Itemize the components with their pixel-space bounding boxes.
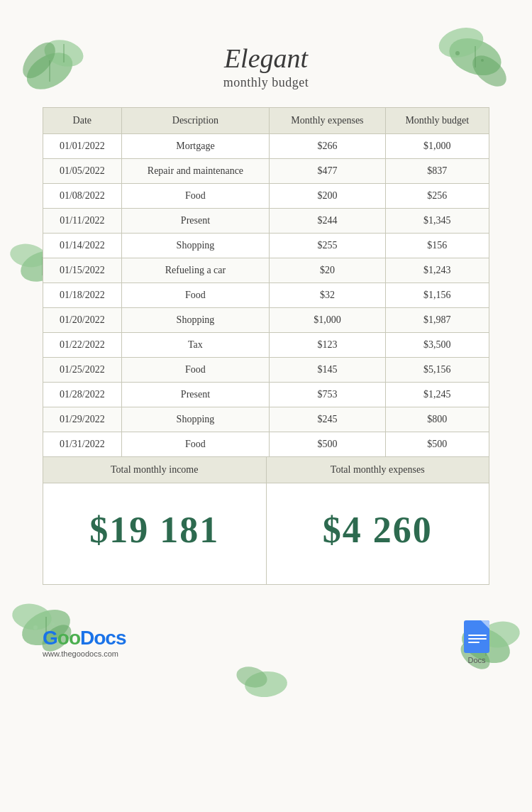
cell-expenses: $32 bbox=[270, 282, 385, 307]
summary-income-cell: Total monthly income $19 181 bbox=[43, 457, 267, 584]
cell-budget: $1,245 bbox=[385, 382, 489, 407]
cell-description: Present bbox=[121, 208, 270, 233]
cell-budget: $1,243 bbox=[385, 258, 489, 282]
cell-date: 01/28/2022 bbox=[43, 382, 122, 407]
cell-budget: $1,987 bbox=[385, 307, 489, 332]
cell-expenses: $255 bbox=[270, 233, 385, 258]
table-row: 01/01/2022 Mortgage $266 $1,000 bbox=[43, 133, 489, 158]
cell-description: Repair and maintenance bbox=[121, 158, 270, 183]
logo-text: GooDocs bbox=[43, 627, 126, 649]
docs-line-2 bbox=[468, 638, 487, 640]
table-row: 01/18/2022 Food $32 $1,156 bbox=[43, 282, 489, 307]
table-row: 01/14/2022 Shopping $255 $156 bbox=[43, 233, 489, 258]
cell-description: Shopping bbox=[121, 307, 270, 332]
cell-date: 01/18/2022 bbox=[43, 282, 122, 307]
cell-date: 01/22/2022 bbox=[43, 332, 122, 357]
cell-budget: $3,500 bbox=[385, 332, 489, 357]
logo-website: www.thegoodocs.com bbox=[43, 649, 126, 658]
cell-budget: $1,156 bbox=[385, 282, 489, 307]
page-title-elegant: Elegant bbox=[43, 43, 489, 75]
cell-description: Shopping bbox=[121, 233, 270, 258]
logo-ocs: ocs bbox=[94, 627, 126, 649]
cell-date: 01/29/2022 bbox=[43, 407, 122, 432]
cell-description: Refueling a car bbox=[121, 258, 270, 282]
content-area: Elegant monthly budget Date Description … bbox=[0, 0, 532, 599]
summary-expenses-cell: Total monthly expenses $4 260 bbox=[267, 457, 489, 584]
cell-description: Present bbox=[121, 382, 270, 407]
table-row: 01/29/2022 Shopping $245 $800 bbox=[43, 407, 489, 432]
summary-income-value: $19 181 bbox=[50, 498, 259, 563]
cell-expenses: $266 bbox=[270, 133, 385, 158]
docs-label: Docs bbox=[467, 656, 485, 664]
cell-expenses: $245 bbox=[270, 407, 385, 432]
cell-date: 01/08/2022 bbox=[43, 183, 122, 208]
page-wrapper: Elegant monthly budget Date Description … bbox=[0, 0, 532, 812]
cell-date: 01/14/2022 bbox=[43, 233, 122, 258]
cell-budget: $256 bbox=[385, 183, 489, 208]
cell-date: 01/11/2022 bbox=[43, 208, 122, 233]
cell-description: Food bbox=[121, 357, 270, 382]
cell-expenses: $145 bbox=[270, 357, 385, 382]
cell-expenses: $200 bbox=[270, 183, 385, 208]
cell-expenses: $477 bbox=[270, 158, 385, 183]
col-header-monthly-expenses: Monthly expenses bbox=[270, 107, 385, 133]
footer-logo: GooDocs www.thegoodocs.com bbox=[43, 627, 126, 658]
summary-section: Total monthly income $19 181 Total month… bbox=[43, 457, 489, 585]
docs-icon: Docs bbox=[464, 620, 489, 664]
cell-budget: $156 bbox=[385, 233, 489, 258]
summary-expenses-label: Total monthly expenses bbox=[267, 457, 489, 483]
table-row: 01/15/2022 Refueling a car $20 $1,243 bbox=[43, 258, 489, 282]
table-row: 01/05/2022 Repair and maintenance $477 $… bbox=[43, 158, 489, 183]
cell-budget: $5,156 bbox=[385, 357, 489, 382]
cell-description: Food bbox=[121, 282, 270, 307]
table-row: 01/08/2022 Food $200 $256 bbox=[43, 183, 489, 208]
cell-expenses: $1,000 bbox=[270, 307, 385, 332]
cell-budget: $500 bbox=[385, 432, 489, 456]
cell-date: 01/01/2022 bbox=[43, 133, 122, 158]
table-row: 01/11/2022 Present $244 $1,345 bbox=[43, 208, 489, 233]
cell-date: 01/15/2022 bbox=[43, 258, 122, 282]
budget-table: Date Description Monthly expenses Monthl… bbox=[43, 107, 489, 457]
cell-date: 01/20/2022 bbox=[43, 307, 122, 332]
cell-expenses: $753 bbox=[270, 382, 385, 407]
cell-date: 01/25/2022 bbox=[43, 357, 122, 382]
cell-description: Food bbox=[121, 183, 270, 208]
table-header-row: Date Description Monthly expenses Monthl… bbox=[43, 107, 489, 133]
footer-section: GooDocs www.thegoodocs.com Docs bbox=[0, 606, 532, 679]
docs-icon-lines bbox=[468, 635, 487, 645]
logo-d: D bbox=[80, 627, 94, 649]
cell-description: Shopping bbox=[121, 407, 270, 432]
cell-date: 01/05/2022 bbox=[43, 158, 122, 183]
col-header-description: Description bbox=[121, 107, 270, 133]
summary-income-label: Total monthly income bbox=[43, 457, 266, 483]
table-row: 01/22/2022 Tax $123 $3,500 bbox=[43, 332, 489, 357]
cell-budget: $800 bbox=[385, 407, 489, 432]
cell-budget: $837 bbox=[385, 158, 489, 183]
logo-o1: o bbox=[57, 627, 69, 649]
docs-line-3 bbox=[468, 642, 480, 643]
cell-budget: $1,345 bbox=[385, 208, 489, 233]
cell-description: Mortgage bbox=[121, 133, 270, 158]
col-header-monthly-budget: Monthly budget bbox=[385, 107, 489, 133]
docs-line-1 bbox=[468, 635, 487, 636]
table-row: 01/25/2022 Food $145 $5,156 bbox=[43, 357, 489, 382]
table-row: 01/31/2022 Food $500 $500 bbox=[43, 432, 489, 456]
col-header-date: Date bbox=[43, 107, 122, 133]
cell-description: Food bbox=[121, 432, 270, 456]
page-title-subtitle: monthly budget bbox=[43, 75, 489, 90]
cell-expenses: $123 bbox=[270, 332, 385, 357]
docs-icon-image bbox=[464, 620, 489, 653]
title-section: Elegant monthly budget bbox=[43, 43, 489, 90]
logo-g: G bbox=[43, 627, 57, 649]
cell-description: Tax bbox=[121, 332, 270, 357]
cell-date: 01/31/2022 bbox=[43, 432, 122, 456]
cell-expenses: $20 bbox=[270, 258, 385, 282]
table-row: 01/20/2022 Shopping $1,000 $1,987 bbox=[43, 307, 489, 332]
cell-expenses: $500 bbox=[270, 432, 385, 456]
cell-budget: $1,000 bbox=[385, 133, 489, 158]
table-row: 01/28/2022 Present $753 $1,245 bbox=[43, 382, 489, 407]
cell-expenses: $244 bbox=[270, 208, 385, 233]
summary-expenses-value: $4 260 bbox=[274, 498, 482, 563]
logo-o2: o bbox=[69, 627, 80, 649]
